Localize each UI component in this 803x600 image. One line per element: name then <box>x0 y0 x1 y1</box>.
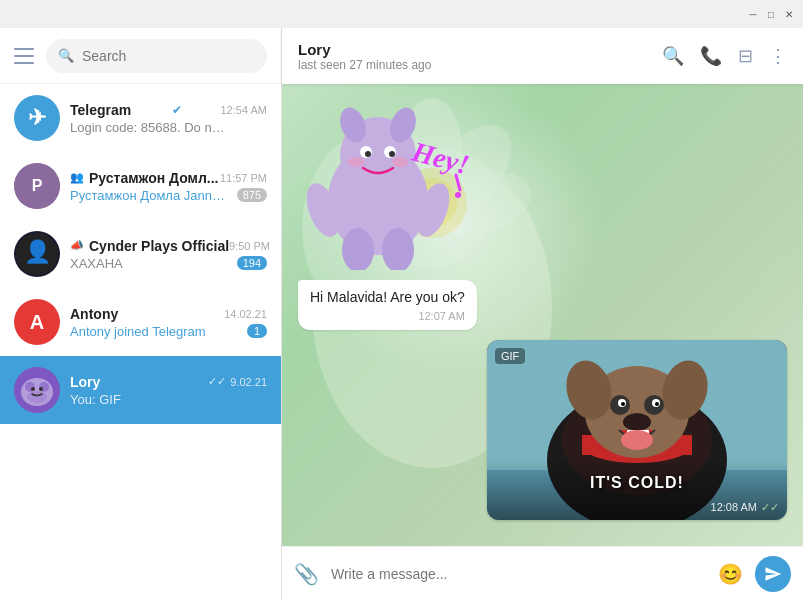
avatar-antony: A <box>14 299 60 345</box>
chat-time-antony: 14.02.21 <box>224 308 267 320</box>
chat-name-rustam: Рустамжон Домл... <box>89 170 218 186</box>
chat-area: Lory last seen 27 minutes ago 🔍 📞 ⊟ ⋮ <box>282 28 803 600</box>
message-row-gif: GIF IT'S COLD! 12:08 AM ✓✓ <box>298 340 787 520</box>
gif-caption: IT'S COLD! <box>487 474 787 492</box>
svg-point-10 <box>39 387 43 391</box>
verified-icon: ✔ <box>172 103 182 117</box>
chat-preview-rustam: Рустамжон Домла Jannat ... <box>70 188 230 203</box>
chat-time-cynder: 9:50 PM <box>229 240 270 252</box>
chat-time-lory: 9.02.21 <box>230 376 267 388</box>
badge-antony: 1 <box>247 324 267 338</box>
hamburger-menu-icon[interactable] <box>14 48 34 64</box>
chat-header: Lory last seen 27 minutes ago 🔍 📞 ⊟ ⋮ <box>282 28 803 84</box>
badge-cynder: 194 <box>237 256 267 270</box>
chat-header-actions: 🔍 📞 ⊟ ⋮ <box>662 45 787 67</box>
chat-preview-lory: You: GIF <box>70 392 121 407</box>
group-icon: 👥 <box>70 171 84 184</box>
svg-text:Р: Р <box>32 177 43 194</box>
message-input[interactable] <box>331 556 706 592</box>
close-button[interactable]: ✕ <box>783 8 795 20</box>
input-area: 📎 😊 <box>282 546 803 600</box>
gif-check-icon: ✓✓ <box>761 501 779 514</box>
message-row-sticker: Hey! <box>298 100 787 270</box>
message-text: Hi Malavida! Are you ok? <box>310 288 465 308</box>
more-options-icon[interactable]: ⋮ <box>769 45 787 67</box>
search-chat-icon[interactable]: 🔍 <box>662 45 684 67</box>
svg-point-28 <box>389 151 395 157</box>
message-time: 12:07 AM <box>418 310 464 322</box>
gif-visual <box>487 340 787 520</box>
svg-point-29 <box>348 157 364 167</box>
titlebar: ─ □ ✕ <box>0 0 803 28</box>
chat-info-cynder: 📣 Cynder Plays Official 9:50 PM ХАХАНА 1… <box>70 238 267 271</box>
svg-text:👤: 👤 <box>24 238 52 265</box>
svg-point-33 <box>342 228 374 270</box>
gif-time: 12:08 AM <box>711 501 757 513</box>
send-button[interactable] <box>755 556 791 592</box>
message-row-text: Hi Malavida! Are you ok? 12:07 AM <box>298 280 787 330</box>
chat-list: ✈ Telegram ✔ 12:54 AM Login code: 85688.… <box>0 84 281 600</box>
avatar-telegram: ✈ <box>14 95 60 141</box>
chat-item-telegram[interactable]: ✈ Telegram ✔ 12:54 AM Login code: 85688.… <box>0 84 281 152</box>
chat-info-rustam: 👥 Рустамжон Домл... 11:57 PM Рустамжон Д… <box>70 170 267 203</box>
avatar-cynder: 👤 <box>14 231 60 277</box>
columns-icon[interactable]: ⊟ <box>738 45 753 67</box>
chat-time-telegram: 12:54 AM <box>221 104 267 116</box>
sent-check-icon: ✓✓ <box>208 375 226 388</box>
sticker-message: Hey! <box>298 100 478 270</box>
svg-point-37 <box>455 192 461 198</box>
svg-point-53 <box>623 413 651 431</box>
chat-info-antony: Antony 14.02.21 Antony joined Telegram 1 <box>70 306 267 339</box>
chat-name-cynder: Cynder Plays Official <box>89 238 229 254</box>
svg-point-34 <box>382 228 414 270</box>
chat-info-lory: Lory ✓✓ 9.02.21 You: GIF <box>70 374 267 407</box>
emoji-button[interactable]: 😊 <box>718 562 743 586</box>
chat-name-telegram: Telegram <box>70 102 131 118</box>
chat-header-info: Lory last seen 27 minutes ago <box>298 41 662 72</box>
chat-time-rustam: 11:57 PM <box>220 172 267 184</box>
maximize-button[interactable]: □ <box>765 8 777 20</box>
chat-name-lory: Lory <box>70 374 100 390</box>
svg-point-51 <box>621 402 625 406</box>
chat-header-name: Lory <box>298 41 662 58</box>
svg-point-56 <box>621 430 653 450</box>
chat-name-antony: Antony <box>70 306 118 322</box>
chat-preview-cynder: ХАХАНА <box>70 256 123 271</box>
message-bubble-text: Hi Malavida! Are you ok? 12:07 AM <box>298 280 477 330</box>
attach-button[interactable]: 📎 <box>294 562 319 586</box>
gif-time-row: 12:08 AM ✓✓ <box>711 501 779 514</box>
chat-header-status: last seen 27 minutes ago <box>298 58 662 72</box>
chat-preview-telegram: Login code: 85688. Do not give thi... <box>70 120 230 135</box>
svg-point-9 <box>31 387 35 391</box>
chat-item-cynder[interactable]: 👤 📣 Cynder Plays Official 9:50 PM ХАХАНА… <box>0 220 281 288</box>
search-input[interactable] <box>82 48 255 64</box>
chat-preview-antony: Antony joined Telegram <box>70 324 206 339</box>
sidebar: 🔍 ✈ Telegram ✔ 12:54 AM Login code: 856 <box>0 28 282 600</box>
sidebar-header: 🔍 <box>0 28 281 84</box>
app-container: 🔍 ✈ Telegram ✔ 12:54 AM Login code: 856 <box>0 28 803 600</box>
message-meta: 12:07 AM <box>310 310 465 322</box>
svg-point-52 <box>655 402 659 406</box>
badge-rustam: 875 <box>237 188 267 202</box>
search-box[interactable]: 🔍 <box>46 39 267 73</box>
svg-point-30 <box>392 157 408 167</box>
channel-icon: 📣 <box>70 239 84 252</box>
avatar-lory <box>14 367 60 413</box>
gif-message[interactable]: GIF IT'S COLD! 12:08 AM ✓✓ <box>487 340 787 520</box>
avatar-rustam: Р <box>14 163 60 209</box>
chat-item-lory[interactable]: Lory ✓✓ 9.02.21 You: GIF <box>0 356 281 424</box>
chat-item-rustam[interactable]: Р 👥 Рустамжон Домл... 11:57 PM Рустамжон… <box>0 152 281 220</box>
chat-info-telegram: Telegram ✔ 12:54 AM Login code: 85688. D… <box>70 102 267 135</box>
search-icon: 🔍 <box>58 48 74 63</box>
svg-point-27 <box>365 151 371 157</box>
minimize-button[interactable]: ─ <box>747 8 759 20</box>
chat-item-antony[interactable]: A Antony 14.02.21 Antony joined Telegram… <box>0 288 281 356</box>
gif-label: GIF <box>495 348 525 364</box>
messages-area: Hey! Hi Malavida! Are you ok? 12:07 AM <box>282 84 803 546</box>
phone-icon[interactable]: 📞 <box>700 45 722 67</box>
svg-point-8 <box>27 391 47 403</box>
